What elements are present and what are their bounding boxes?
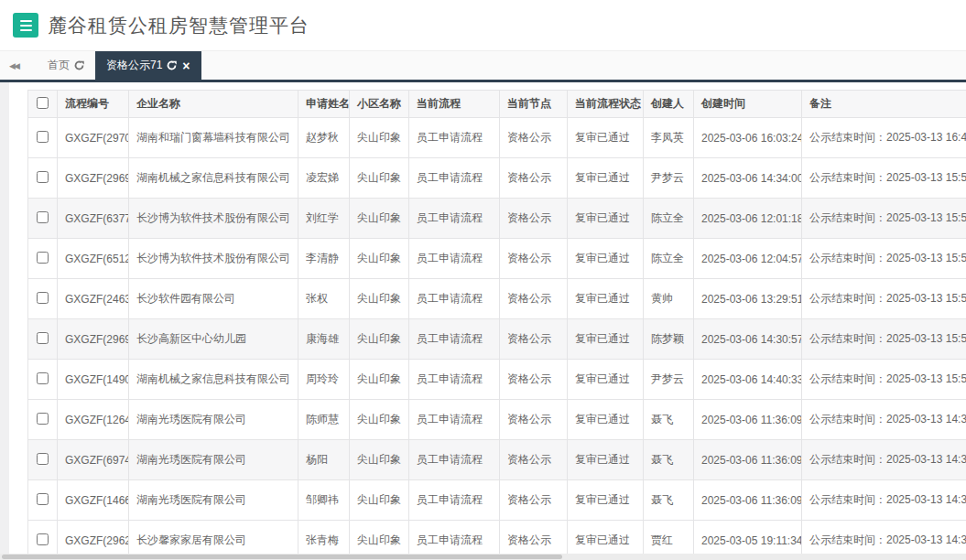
- row-checkbox[interactable]: [37, 171, 49, 183]
- tab-home[interactable]: 首页: [37, 51, 95, 80]
- column-header-process-id: 流程编号: [58, 91, 129, 118]
- close-icon[interactable]: ×: [182, 59, 190, 72]
- column-header-applicant: 申请姓名: [298, 91, 350, 118]
- scrollbar-thumb[interactable]: [2, 555, 562, 559]
- tab-home-label: 首页: [48, 58, 70, 73]
- cell-process-id: GXGZF(6974): [58, 440, 129, 480]
- table-row[interactable]: GXGZF(12648) 湖南光琇医院有限公司 陈师慧 尖山印象 员工申请流程 …: [28, 400, 966, 440]
- row-checkbox[interactable]: [37, 413, 49, 425]
- cell-node: 资格公示: [500, 279, 568, 319]
- cell-company: 湖南光琇医院有限公司: [129, 400, 298, 440]
- refresh-icon[interactable]: [74, 60, 84, 70]
- cell-node: 资格公示: [500, 199, 568, 239]
- cell-company: 长沙高新区中心幼儿园: [129, 319, 298, 360]
- cell-status: 复审已通过: [568, 440, 644, 480]
- hamburger-menu-button[interactable]: [13, 13, 38, 38]
- table-row[interactable]: GXGZF(6512) 长沙博为软件技术股份有限公司 李清静 尖山印象 员工申请…: [28, 239, 966, 279]
- table-row[interactable]: GXGZF(6974) 湖南光琇医院有限公司 杨阳 尖山印象 员工申请流程 资格…: [28, 440, 966, 480]
- cell-company: 湖南和瑞门窗幕墙科技有限公司: [129, 118, 298, 158]
- column-header-status: 当前流程状态: [568, 91, 644, 118]
- table-row[interactable]: GXGZF(2463) 长沙软件园有限公司 张权 尖山印象 员工申请流程 资格公…: [28, 279, 966, 319]
- cell-process-id: GXGZF(12648): [58, 400, 129, 440]
- cell-applicant: 凌宏娣: [298, 158, 350, 199]
- table-row[interactable]: GXGZF(14909) 湖南机械之家信息科技有限公司 周玲玲 尖山印象 员工申…: [28, 360, 966, 400]
- cell-status: 复审已通过: [568, 279, 644, 319]
- cell-process-id: GXGZF(29697): [58, 319, 129, 360]
- cell-applicant: 杨阳: [298, 440, 350, 480]
- cell-creator: 聂飞: [644, 480, 694, 521]
- cell-community: 尖山印象: [350, 118, 409, 158]
- cell-status: 复审已通过: [568, 199, 644, 239]
- tab-qualification-publicity[interactable]: 资格公示71 ×: [95, 51, 201, 80]
- cell-applicant: 张权: [298, 279, 350, 319]
- cell-status: 复审已通过: [568, 239, 644, 279]
- cell-created-at: 2025-03-06 11:36:09: [694, 400, 802, 440]
- cell-flow: 员工申请流程: [409, 118, 500, 158]
- cell-process-id: GXGZF(6377): [58, 199, 129, 239]
- row-checkbox[interactable]: [37, 131, 49, 143]
- cell-remark: 公示结束时间：2025-03-13 14:38:51: [802, 400, 966, 440]
- column-header-node: 当前节点: [500, 91, 568, 118]
- cell-company: 长沙博为软件技术股份有限公司: [129, 199, 298, 239]
- row-checkbox[interactable]: [37, 211, 49, 223]
- cell-flow: 员工申请流程: [409, 199, 500, 239]
- row-checkbox[interactable]: [37, 292, 49, 304]
- cell-flow: 员工申请流程: [409, 158, 500, 199]
- cell-flow: 员工申请流程: [409, 239, 500, 279]
- cell-company: 湖南机械之家信息科技有限公司: [129, 158, 298, 199]
- cell-company: 长沙博为软件技术股份有限公司: [129, 239, 298, 279]
- table-row[interactable]: GXGZF(6377) 长沙博为软件技术股份有限公司 刘红学 尖山印象 员工申请…: [28, 199, 966, 239]
- row-checkbox[interactable]: [37, 252, 49, 264]
- horizontal-scrollbar[interactable]: [0, 554, 966, 560]
- cell-community: 尖山印象: [350, 400, 409, 440]
- table-row[interactable]: GXGZF(29698) 湖南机械之家信息科技有限公司 凌宏娣 尖山印象 员工申…: [28, 158, 966, 199]
- column-header-remark: 备注: [802, 91, 966, 118]
- cell-applicant: 康海雄: [298, 319, 350, 360]
- cell-community: 尖山印象: [350, 279, 409, 319]
- cell-created-at: 2025-03-06 11:36:09: [694, 480, 802, 521]
- cell-status: 复审已通过: [568, 118, 644, 158]
- table-row[interactable]: GXGZF(29697) 长沙高新区中心幼儿园 康海雄 尖山印象 员工申请流程 …: [28, 319, 966, 360]
- row-checkbox[interactable]: [37, 332, 49, 344]
- cell-created-at: 2025-03-06 13:29:51: [694, 279, 802, 319]
- cell-applicant: 邹卿祎: [298, 480, 350, 521]
- cell-applicant: 陈师慧: [298, 400, 350, 440]
- cell-created-at: 2025-03-06 11:36:09: [694, 440, 802, 480]
- cell-community: 尖山印象: [350, 158, 409, 199]
- cell-creator: 尹梦云: [644, 158, 694, 199]
- column-header-community: 小区名称: [350, 91, 409, 118]
- cell-created-at: 2025-03-06 14:34:00: [694, 158, 802, 199]
- table-row[interactable]: GXGZF(29706) 湖南和瑞门窗幕墙科技有限公司 赵梦秋 尖山印象 员工申…: [28, 118, 966, 158]
- cell-remark: 公示结束时间：2025-03-13 15:51:19: [802, 319, 966, 360]
- cell-created-at: 2025-03-06 12:01:18: [694, 199, 802, 239]
- cell-process-id: GXGZF(29698): [58, 158, 129, 199]
- process-table: 流程编号 企业名称 申请姓名 小区名称 当前流程 当前节点 当前流程状态 创建人…: [27, 90, 966, 560]
- tab-bar: ◀◀ 首页 资格公示71 ×: [0, 50, 966, 82]
- cell-status: 复审已通过: [568, 158, 644, 199]
- column-header-company: 企业名称: [129, 91, 298, 118]
- row-checkbox[interactable]: [37, 493, 49, 505]
- cell-flow: 员工申请流程: [409, 400, 500, 440]
- tab-qualification-label: 资格公示71: [106, 58, 162, 73]
- cell-process-id: GXGZF(14665): [58, 480, 129, 521]
- double-left-icon[interactable]: ◀◀: [0, 51, 27, 80]
- select-all-checkbox[interactable]: [37, 97, 49, 109]
- cell-remark: 公示结束时间：2025-03-13 16:43:40: [802, 118, 966, 158]
- refresh-icon[interactable]: [167, 60, 177, 70]
- cell-creator: 李凤英: [644, 118, 694, 158]
- cell-creator: 尹梦云: [644, 360, 694, 400]
- row-checkbox[interactable]: [37, 533, 49, 545]
- cell-remark: 公示结束时间：2025-03-13 15:52:15: [802, 199, 966, 239]
- table-row[interactable]: GXGZF(14665) 湖南光琇医院有限公司 邹卿祎 尖山印象 员工申请流程 …: [28, 480, 966, 521]
- row-checkbox[interactable]: [37, 453, 49, 465]
- cell-process-id: GXGZF(6512): [58, 239, 129, 279]
- cell-creator: 黄帅: [644, 279, 694, 319]
- table-body: GXGZF(29706) 湖南和瑞门窗幕墙科技有限公司 赵梦秋 尖山印象 员工申…: [28, 118, 966, 560]
- app-header: 麓谷租赁公租房智慧管理平台: [0, 0, 966, 50]
- column-header-created-at: 创建时间: [694, 91, 802, 118]
- content-area: 流程编号 企业名称 申请姓名 小区名称 当前流程 当前节点 当前流程状态 创建人…: [0, 82, 966, 560]
- cell-creator: 陈立全: [644, 199, 694, 239]
- cell-node: 资格公示: [500, 480, 568, 521]
- cell-remark: 公示结束时间：2025-03-13 15:52:28: [802, 158, 966, 199]
- row-checkbox[interactable]: [37, 372, 49, 384]
